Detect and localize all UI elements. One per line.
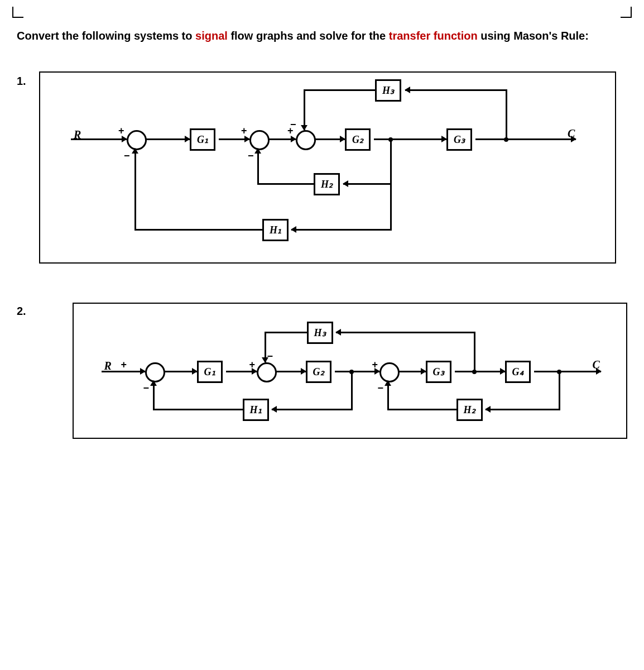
block-G3: G₃ — [426, 361, 451, 383]
block-H3: H₃ — [375, 79, 401, 102]
sign-plus: + — [249, 360, 256, 370]
wire — [71, 138, 127, 140]
block-H3: H₃ — [307, 322, 333, 344]
wire — [387, 409, 456, 410]
wire — [153, 409, 243, 410]
problem-2-number: 2. — [17, 305, 39, 318]
wire — [265, 332, 307, 333]
wire — [506, 89, 507, 138]
diagram-2: R + − G₁ + − G₂ + − G₃ G₄ C H₃ — [73, 303, 627, 439]
block-H1: H₁ — [262, 219, 289, 241]
wire — [134, 229, 262, 231]
summing-junction-1 — [145, 362, 165, 382]
sign-minus: − — [290, 119, 296, 130]
wire — [390, 140, 392, 185]
wire — [257, 149, 259, 184]
crop-mark-tr — [621, 7, 632, 18]
summing-junction-2 — [257, 362, 277, 382]
wire — [268, 138, 296, 140]
summing-junction-3 — [379, 362, 400, 382]
wire — [226, 371, 257, 372]
wire — [343, 183, 391, 185]
instruction-signal: signal — [195, 30, 228, 42]
wire — [351, 372, 353, 410]
wire — [390, 185, 392, 231]
sign-minus: − — [143, 383, 150, 393]
instruction-post: using Mason's Rule: — [478, 30, 589, 42]
block-G2: G₂ — [306, 361, 331, 383]
wire — [275, 371, 306, 372]
sign-minus: − — [248, 151, 254, 161]
wire — [164, 371, 197, 372]
instruction-pre: Convert the following systems to — [17, 30, 195, 42]
wire — [134, 149, 136, 229]
diagram-1: R + − G₁ + − + − G₂ G₃ C H₃ H₂ — [39, 71, 616, 264]
wire — [559, 372, 560, 410]
wire — [475, 138, 576, 140]
block-G3: G₃ — [446, 128, 472, 151]
block-H1: H₁ — [243, 399, 269, 421]
sign-plus: + — [121, 360, 127, 370]
instruction-mid: flow graphs and solve for the — [228, 30, 389, 42]
summing-junction-3 — [296, 130, 316, 150]
wire — [219, 138, 249, 140]
wire — [405, 89, 507, 91]
wire — [455, 371, 505, 372]
wire — [272, 409, 353, 410]
wire — [336, 332, 475, 333]
block-G1: G₁ — [197, 361, 223, 383]
wire — [257, 183, 314, 185]
block-G4: G₄ — [505, 361, 531, 383]
wire — [335, 371, 379, 372]
output-label: C — [568, 127, 575, 140]
wire — [265, 332, 266, 362]
wire — [534, 371, 601, 372]
block-H2: H₂ — [456, 399, 483, 421]
wire — [314, 138, 345, 140]
sign-plus: + — [241, 126, 247, 136]
summing-junction-2 — [249, 130, 270, 150]
wire — [145, 138, 190, 140]
block-G2: G₂ — [345, 128, 371, 151]
wire — [304, 89, 305, 130]
wire — [474, 332, 475, 371]
wire — [387, 381, 389, 410]
sign-minus: − — [124, 151, 130, 161]
block-H2: H₂ — [314, 173, 340, 195]
instruction-transfer: transfer function — [389, 30, 478, 42]
sign-minus: − — [378, 383, 384, 393]
wire — [102, 371, 145, 372]
wire — [291, 229, 392, 231]
wire — [374, 138, 446, 140]
wire — [398, 371, 426, 372]
sign-plus: + — [118, 126, 124, 136]
wire — [486, 409, 560, 410]
crop-mark-tl — [12, 7, 23, 18]
block-G1: G₁ — [190, 128, 215, 151]
wire — [304, 89, 375, 91]
instruction-text: Convert the following systems to signal … — [17, 28, 627, 44]
sign-plus: + — [372, 360, 378, 370]
problem-2: 2. R + − G₁ + − G₂ + − G₃ G₄ C H₃ — [17, 303, 627, 439]
problem-1-number: 1. — [17, 75, 39, 88]
problem-1: 1. R + − G₁ + − + − G₂ G₃ C H₃ — [17, 71, 627, 264]
wire — [153, 381, 155, 410]
summing-junction-1 — [127, 130, 147, 150]
output-label: C — [593, 358, 600, 371]
